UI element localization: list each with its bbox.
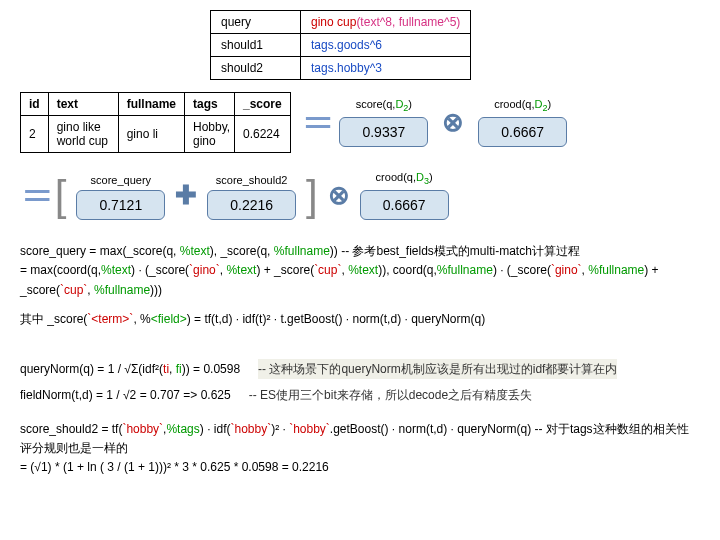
crood-label-2: crood(q,D3) xyxy=(376,171,433,186)
cell-key: should1 xyxy=(211,34,301,57)
score-box: score(q,D2) 0.9337 xyxy=(339,98,428,147)
right-bracket-icon: ] xyxy=(306,182,318,210)
multiply-icon: ⊗ xyxy=(442,107,464,138)
th-text: text xyxy=(48,93,118,116)
formula-line: 其中 _score(`<term>`, %<field>) = tf(t,d) … xyxy=(20,310,700,329)
crood-box-2: crood(q,D3) 0.6667 xyxy=(360,171,449,220)
score-equation-row-1: id text fullname tags _score 2 gino like… xyxy=(20,92,700,153)
score-query-formula: score_query = max(_score(q, %text), _sco… xyxy=(20,242,700,329)
query-params-table: query gino cup(text^8, fullname^5) shoul… xyxy=(210,10,471,80)
crood-value-2: 0.6667 xyxy=(360,190,449,220)
score-should2-value: 0.2216 xyxy=(207,190,296,220)
td-fullname: gino li xyxy=(118,116,184,153)
score-should2-formula: score_should2 = tf(`hobby`,%tags) · idf(… xyxy=(20,420,700,478)
cell-value: tags.goods^6 xyxy=(301,34,471,57)
score-value: 0.9337 xyxy=(339,117,428,147)
equals-icon: == xyxy=(24,180,45,212)
th-id: id xyxy=(21,93,49,116)
score-query-box: score_query 0.7121 xyxy=(76,174,165,220)
crood-value: 0.6667 xyxy=(478,117,567,147)
score-query-label: score_query xyxy=(91,174,152,186)
formula-lhs: queryNorm(q) = 1 / √Σ(idf²(ti, fi)) = 0.… xyxy=(20,359,240,379)
query-term: gino cup xyxy=(311,15,356,29)
crood-box: crood(q,D2) 0.6667 xyxy=(478,98,567,147)
crood-label: crood(q,D2) xyxy=(494,98,551,113)
th-score: _score xyxy=(235,93,291,116)
cell-value: gino cup(text^8, fullname^5) xyxy=(301,11,471,34)
cell-key: query xyxy=(211,11,301,34)
score-query-value: 0.7121 xyxy=(76,190,165,220)
score-label: score(q,D2) xyxy=(356,98,412,113)
formula-comment: -- 这种场景下的queryNorm机制应该是所有出现过的idf都要计算在内 xyxy=(258,359,617,379)
td-score: 0.6224 xyxy=(235,116,291,153)
plus-icon: ✚ xyxy=(175,180,197,211)
left-bracket-icon: [ xyxy=(55,182,67,210)
querynorm-formula: queryNorm(q) = 1 / √Σ(idf²(ti, fi)) = 0.… xyxy=(20,359,700,406)
score-equation-row-2: == [ score_query 0.7121 ✚ score_should2 … xyxy=(20,171,700,220)
equals-icon: == xyxy=(305,107,326,139)
formula-line: = (√1) * (1 + ln ( 3 / (1 + 1)))² * 3 * … xyxy=(20,458,700,477)
document-table: id text fullname tags _score 2 gino like… xyxy=(20,92,291,153)
score-should2-label: score_should2 xyxy=(216,174,288,186)
formula-lhs: fieldNorm(t,d) = 1 / √2 = 0.707 => 0.625 xyxy=(20,385,231,405)
formula-line: score_should2 = tf(`hobby`,%tags) · idf(… xyxy=(20,420,700,458)
th-tags: tags xyxy=(185,93,235,116)
td-tags: Hobby, gino xyxy=(185,116,235,153)
cell-value: tags.hobby^3 xyxy=(301,57,471,80)
query-boost: (text^8, fullname^5) xyxy=(356,15,460,29)
th-fullname: fullname xyxy=(118,93,184,116)
formula-line: = max(coord(q,%text) · (_score(`gino`, %… xyxy=(20,261,700,299)
td-text: gino like world cup xyxy=(48,116,118,153)
td-id: 2 xyxy=(21,116,49,153)
formula-comment: -- ES使用三个bit来存储，所以decode之后有精度丢失 xyxy=(249,385,532,405)
formula-line: score_query = max(_score(q, %text), _sco… xyxy=(20,242,700,261)
multiply-icon: ⊗ xyxy=(328,180,350,211)
cell-key: should2 xyxy=(211,57,301,80)
score-should2-box: score_should2 0.2216 xyxy=(207,174,296,220)
